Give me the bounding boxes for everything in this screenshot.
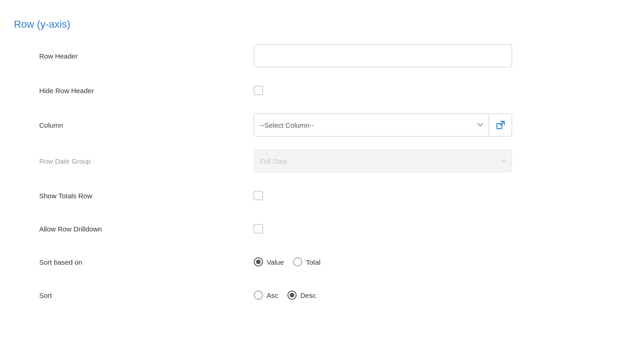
sort-asc-label: Asc bbox=[267, 291, 278, 299]
row-date-group-label: Row Date Group bbox=[14, 157, 254, 165]
column-label: Column bbox=[14, 121, 254, 129]
row-header-label: Row Header bbox=[14, 52, 254, 60]
row-date-group-select[interactable]: Full Date bbox=[254, 149, 512, 172]
row-header-input[interactable] bbox=[254, 44, 512, 67]
sort-based-on-total-label: Total bbox=[306, 258, 321, 266]
hide-row-header-label: Hide Row Header bbox=[14, 87, 254, 95]
sort-based-on-value-radio[interactable] bbox=[254, 257, 263, 267]
sort-based-on-value-option[interactable]: Value bbox=[254, 257, 284, 267]
show-totals-row-row: Show Totals Row bbox=[14, 185, 626, 206]
allow-row-drilldown-checkbox[interactable] bbox=[254, 224, 263, 233]
external-link-icon bbox=[496, 120, 505, 130]
sort-row: Sort Asc Desc bbox=[14, 285, 626, 305]
row-date-group-control: Full Date bbox=[254, 149, 626, 172]
column-select[interactable]: --Select Column-- bbox=[254, 113, 489, 136]
sort-desc-option[interactable]: Desc bbox=[287, 291, 316, 300]
show-totals-row-control bbox=[254, 191, 626, 200]
sort-based-on-total-radio[interactable] bbox=[293, 257, 302, 267]
hide-row-header-checkbox[interactable] bbox=[254, 86, 263, 95]
row-header-row: Row Header bbox=[14, 44, 626, 67]
sort-control: Asc Desc bbox=[254, 291, 626, 300]
hide-row-header-row: Hide Row Header bbox=[14, 80, 626, 101]
sort-based-on-total-option[interactable]: Total bbox=[293, 257, 321, 267]
allow-row-drilldown-control bbox=[254, 224, 626, 233]
sort-based-on-row: Sort based on Value Total bbox=[14, 252, 626, 272]
row-header-control bbox=[254, 44, 626, 67]
sort-desc-label: Desc bbox=[300, 291, 316, 299]
allow-row-drilldown-row: Allow Row Drilldown bbox=[14, 219, 626, 239]
column-row: Column --Select Column-- bbox=[14, 113, 626, 136]
column-open-button[interactable] bbox=[489, 113, 512, 136]
sort-based-on-value-label: Value bbox=[267, 258, 284, 266]
show-totals-row-label: Show Totals Row bbox=[14, 192, 254, 200]
row-date-group-select-wrapper: Full Date bbox=[254, 149, 512, 172]
row-date-group-row: Row Date Group Full Date bbox=[14, 149, 626, 172]
sort-based-on-control: Value Total bbox=[254, 257, 626, 267]
show-totals-row-checkbox[interactable] bbox=[254, 191, 263, 200]
section-title: Row (y-axis) bbox=[14, 18, 626, 30]
column-control: --Select Column-- bbox=[254, 113, 626, 136]
column-select-wrapper: --Select Column-- bbox=[254, 113, 512, 136]
allow-row-drilldown-label: Allow Row Drilldown bbox=[14, 225, 254, 233]
hide-row-header-control bbox=[254, 86, 626, 95]
main-container: Row (y-axis) Row Header Hide Row Header … bbox=[0, 0, 644, 337]
sort-desc-radio[interactable] bbox=[287, 291, 297, 300]
sort-asc-option[interactable]: Asc bbox=[254, 291, 278, 300]
sort-label: Sort bbox=[14, 291, 254, 299]
sort-based-on-label: Sort based on bbox=[14, 258, 254, 266]
sort-asc-radio[interactable] bbox=[254, 291, 263, 300]
